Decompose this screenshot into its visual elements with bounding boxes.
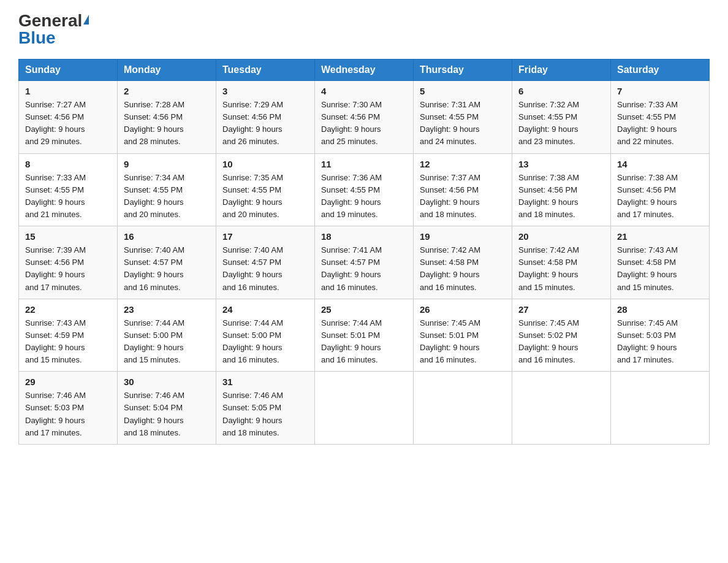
week-row-5: 29 Sunrise: 7:46 AM Sunset: 5:03 PM Dayl…: [19, 372, 710, 445]
day-info: Sunrise: 7:27 AM Sunset: 4:56 PM Dayligh…: [25, 99, 111, 148]
day-info: Sunrise: 7:46 AM Sunset: 5:04 PM Dayligh…: [124, 389, 210, 439]
day-number: 9: [124, 159, 210, 169]
header-cell-monday: Monday: [118, 59, 216, 81]
day-number: 3: [222, 86, 308, 96]
day-cell: 26 Sunrise: 7:45 AM Sunset: 5:01 PM Dayl…: [414, 299, 512, 372]
day-info: Sunrise: 7:33 AM Sunset: 4:55 PM Dayligh…: [617, 99, 703, 148]
day-cell: 7 Sunrise: 7:33 AM Sunset: 4:55 PM Dayli…: [611, 81, 710, 154]
day-number: 7: [617, 86, 703, 96]
day-info: Sunrise: 7:40 AM Sunset: 4:57 PM Dayligh…: [124, 244, 210, 294]
day-info: Sunrise: 7:33 AM Sunset: 4:55 PM Dayligh…: [25, 172, 111, 221]
day-cell: 6 Sunrise: 7:32 AM Sunset: 4:55 PM Dayli…: [512, 81, 611, 154]
day-number: 29: [25, 377, 111, 387]
day-cell: 4 Sunrise: 7:30 AM Sunset: 4:56 PM Dayli…: [315, 81, 414, 154]
day-number: 14: [617, 159, 703, 169]
day-number: 27: [518, 304, 604, 315]
day-number: 20: [518, 231, 604, 242]
day-cell: 20 Sunrise: 7:42 AM Sunset: 4:58 PM Dayl…: [512, 226, 611, 299]
day-info: Sunrise: 7:28 AM Sunset: 4:56 PM Dayligh…: [124, 99, 210, 148]
day-number: 24: [222, 304, 308, 315]
logo-general-line: General: [18, 12, 89, 29]
day-number: 17: [222, 231, 308, 242]
day-info: Sunrise: 7:45 AM Sunset: 5:03 PM Dayligh…: [617, 317, 703, 367]
day-cell: [414, 372, 512, 445]
day-cell: 16 Sunrise: 7:40 AM Sunset: 4:57 PM Dayl…: [118, 226, 216, 299]
day-cell: 13 Sunrise: 7:38 AM Sunset: 4:56 PM Dayl…: [512, 153, 611, 226]
header-cell-saturday: Saturday: [611, 59, 710, 81]
logo-blue-text: Blue: [18, 29, 56, 47]
day-info: Sunrise: 7:44 AM Sunset: 5:00 PM Dayligh…: [124, 317, 210, 367]
header-cell-friday: Friday: [512, 59, 611, 81]
day-number: 8: [25, 159, 111, 169]
header-cell-sunday: Sunday: [19, 59, 118, 81]
day-info: Sunrise: 7:46 AM Sunset: 5:03 PM Dayligh…: [25, 389, 111, 439]
day-info: Sunrise: 7:46 AM Sunset: 5:05 PM Dayligh…: [222, 389, 308, 439]
day-cell: 25 Sunrise: 7:44 AM Sunset: 5:01 PM Dayl…: [315, 299, 414, 372]
day-cell: 24 Sunrise: 7:44 AM Sunset: 5:00 PM Dayl…: [216, 299, 315, 372]
day-cell: 22 Sunrise: 7:43 AM Sunset: 4:59 PM Dayl…: [19, 299, 118, 372]
day-info: Sunrise: 7:34 AM Sunset: 4:55 PM Dayligh…: [124, 172, 210, 221]
day-info: Sunrise: 7:32 AM Sunset: 4:55 PM Dayligh…: [518, 99, 604, 148]
week-row-2: 8 Sunrise: 7:33 AM Sunset: 4:55 PM Dayli…: [19, 153, 710, 226]
day-cell: 28 Sunrise: 7:45 AM Sunset: 5:03 PM Dayl…: [611, 299, 710, 372]
day-cell: 17 Sunrise: 7:40 AM Sunset: 4:57 PM Dayl…: [216, 226, 315, 299]
day-number: 11: [321, 159, 407, 169]
day-number: 18: [321, 231, 407, 242]
day-number: 10: [222, 159, 308, 169]
header-cell-tuesday: Tuesday: [216, 59, 315, 81]
day-number: 6: [518, 86, 604, 96]
day-info: Sunrise: 7:43 AM Sunset: 4:58 PM Dayligh…: [617, 244, 703, 294]
day-cell: 1 Sunrise: 7:27 AM Sunset: 4:56 PM Dayli…: [19, 81, 118, 154]
day-cell: 15 Sunrise: 7:39 AM Sunset: 4:56 PM Dayl…: [19, 226, 118, 299]
day-info: Sunrise: 7:44 AM Sunset: 5:01 PM Dayligh…: [321, 317, 407, 367]
day-number: 16: [124, 231, 210, 242]
calendar-table: SundayMondayTuesdayWednesdayThursdayFrid…: [18, 59, 710, 445]
day-cell: 27 Sunrise: 7:45 AM Sunset: 5:02 PM Dayl…: [512, 299, 611, 372]
day-cell: 29 Sunrise: 7:46 AM Sunset: 5:03 PM Dayl…: [19, 372, 118, 445]
day-number: 23: [124, 304, 210, 315]
day-number: 2: [124, 86, 210, 96]
calendar-header: SundayMondayTuesdayWednesdayThursdayFrid…: [19, 59, 710, 81]
day-cell: 5 Sunrise: 7:31 AM Sunset: 4:55 PM Dayli…: [414, 81, 512, 154]
day-cell: 10 Sunrise: 7:35 AM Sunset: 4:55 PM Dayl…: [216, 153, 315, 226]
day-number: 30: [124, 377, 210, 387]
day-number: 25: [321, 304, 407, 315]
day-cell: 21 Sunrise: 7:43 AM Sunset: 4:58 PM Dayl…: [611, 226, 710, 299]
day-cell: 9 Sunrise: 7:34 AM Sunset: 4:55 PM Dayli…: [118, 153, 216, 226]
logo: General Blue: [18, 12, 89, 47]
day-info: Sunrise: 7:43 AM Sunset: 4:59 PM Dayligh…: [25, 317, 111, 367]
day-info: Sunrise: 7:45 AM Sunset: 5:01 PM Dayligh…: [420, 317, 506, 367]
day-info: Sunrise: 7:41 AM Sunset: 4:57 PM Dayligh…: [321, 244, 407, 294]
day-info: Sunrise: 7:31 AM Sunset: 4:55 PM Dayligh…: [420, 99, 506, 148]
page-header: General Blue: [18, 12, 710, 47]
week-row-1: 1 Sunrise: 7:27 AM Sunset: 4:56 PM Dayli…: [19, 81, 710, 154]
day-number: 4: [321, 86, 407, 96]
logo-arrow-icon: [83, 15, 89, 25]
day-number: 26: [420, 304, 506, 315]
day-number: 21: [617, 231, 703, 242]
day-cell: 19 Sunrise: 7:42 AM Sunset: 4:58 PM Dayl…: [414, 226, 512, 299]
day-cell: 12 Sunrise: 7:37 AM Sunset: 4:56 PM Dayl…: [414, 153, 512, 226]
day-info: Sunrise: 7:42 AM Sunset: 4:58 PM Dayligh…: [518, 244, 604, 294]
day-cell: 8 Sunrise: 7:33 AM Sunset: 4:55 PM Dayli…: [19, 153, 118, 226]
day-number: 15: [25, 231, 111, 242]
day-number: 22: [25, 304, 111, 315]
header-cell-thursday: Thursday: [414, 59, 512, 81]
day-cell: 30 Sunrise: 7:46 AM Sunset: 5:04 PM Dayl…: [118, 372, 216, 445]
header-row: SundayMondayTuesdayWednesdayThursdayFrid…: [19, 59, 710, 81]
day-number: 19: [420, 231, 506, 242]
week-row-4: 22 Sunrise: 7:43 AM Sunset: 4:59 PM Dayl…: [19, 299, 710, 372]
day-info: Sunrise: 7:35 AM Sunset: 4:55 PM Dayligh…: [222, 172, 308, 221]
day-number: 31: [222, 377, 308, 387]
day-info: Sunrise: 7:37 AM Sunset: 4:56 PM Dayligh…: [420, 172, 506, 221]
day-info: Sunrise: 7:38 AM Sunset: 4:56 PM Dayligh…: [518, 172, 604, 221]
day-info: Sunrise: 7:45 AM Sunset: 5:02 PM Dayligh…: [518, 317, 604, 367]
day-cell: [611, 372, 710, 445]
day-info: Sunrise: 7:38 AM Sunset: 4:56 PM Dayligh…: [617, 172, 703, 221]
day-cell: 23 Sunrise: 7:44 AM Sunset: 5:00 PM Dayl…: [118, 299, 216, 372]
day-cell: 2 Sunrise: 7:28 AM Sunset: 4:56 PM Dayli…: [118, 81, 216, 154]
day-info: Sunrise: 7:40 AM Sunset: 4:57 PM Dayligh…: [222, 244, 308, 294]
header-cell-wednesday: Wednesday: [315, 59, 414, 81]
day-cell: 31 Sunrise: 7:46 AM Sunset: 5:05 PM Dayl…: [216, 372, 315, 445]
day-info: Sunrise: 7:44 AM Sunset: 5:00 PM Dayligh…: [222, 317, 308, 367]
